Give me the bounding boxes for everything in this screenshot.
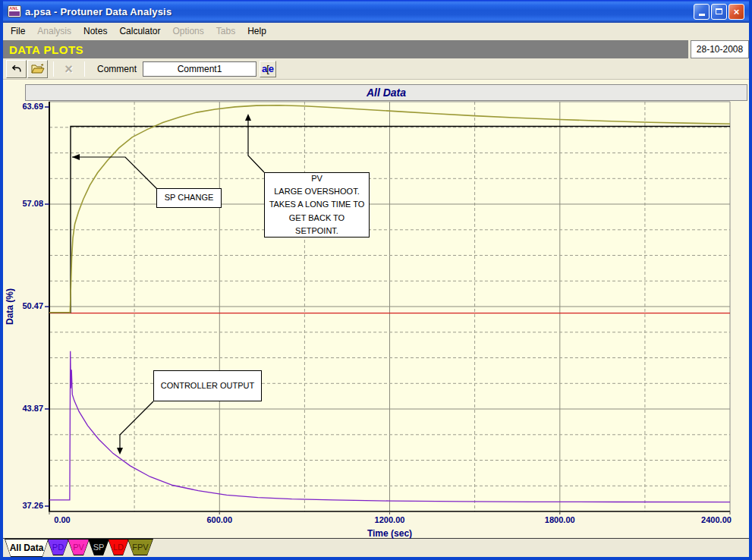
maximize-button[interactable]: [711, 4, 727, 20]
tab-label: LD: [109, 540, 128, 555]
open-folder-icon: [31, 63, 45, 74]
x-tick-label: 600.00: [193, 515, 246, 524]
comment-input[interactable]: [143, 61, 256, 77]
menu-notes[interactable]: Notes: [77, 24, 113, 38]
x-tick-label: 1200.00: [363, 515, 417, 524]
chart-panel: All Data Data (%) Time (sec) 63.6957.085…: [3, 79, 749, 538]
tab-all-data[interactable]: All Data: [5, 539, 49, 557]
plots-header: DATA PLOTS: [3, 40, 688, 58]
tab-pv[interactable]: PV: [68, 539, 90, 555]
comment-label: Comment: [97, 64, 137, 74]
minimize-button[interactable]: [694, 4, 710, 20]
menu-bar: FileAnalysisNotesCalculatorOptionsTabsHe…: [3, 23, 749, 39]
delete-button[interactable]: ×: [58, 60, 79, 78]
y-tick-label: 37.26: [7, 501, 43, 510]
app-icon-text: ANL: [9, 6, 18, 11]
open-file-button[interactable]: [27, 60, 48, 78]
annotation-box: PV LARGE OVERSHOOT. TAKES A LONG TIME TO…: [264, 172, 370, 238]
y-tick-label: 57.08: [7, 199, 43, 208]
menu-calculator[interactable]: Calculator: [113, 24, 166, 38]
tab-label: FPV: [128, 540, 153, 555]
menu-file[interactable]: File: [5, 24, 31, 38]
annotation-box: SP CHANGE: [156, 188, 222, 208]
window-title: a.psa - Protuner Data Analysis: [25, 6, 171, 17]
tab-label: PD: [48, 540, 68, 555]
tab-label: All Data: [5, 540, 48, 556]
x-tick-label: 0.00: [36, 515, 89, 524]
close-button[interactable]: ×: [728, 4, 744, 20]
page-title: DATA PLOTS: [3, 43, 83, 56]
tab-fpv[interactable]: FPV: [127, 539, 153, 555]
x-tick-label: 2400.00: [690, 515, 743, 524]
y-tick-label: 63.69: [7, 102, 43, 111]
maximize-icon: [716, 8, 722, 14]
menu-options: Options: [166, 24, 209, 38]
menu-analysis: Analysis: [31, 24, 77, 38]
annotation-box: CONTROLLER OUTPUT: [153, 370, 262, 401]
title-bar: ANL a.psa - Protuner Data Analysis ×: [3, 0, 749, 23]
rename-text-icon: a[e: [262, 63, 274, 74]
plots-header-row: DATA PLOTS 28-10-2008: [3, 39, 749, 58]
toolbar: × Comment a[e: [3, 58, 749, 79]
x-axis-label: Time (sec): [49, 528, 730, 539]
toolbar-separator: [53, 61, 54, 77]
menu-help[interactable]: Help: [241, 24, 272, 38]
menu-tabs: Tabs: [210, 24, 241, 38]
undo-button[interactable]: [6, 60, 27, 78]
minimize-icon: [699, 14, 705, 16]
date-display: 28-10-2008: [691, 40, 749, 58]
toolbar-separator: [84, 61, 85, 77]
tab-ld[interactable]: LD: [108, 539, 129, 555]
y-tick-label: 50.47: [7, 301, 43, 310]
tab-label: PV: [68, 540, 89, 555]
x-tick-label: 1800.00: [533, 515, 587, 524]
undo-icon: [11, 63, 23, 75]
plot-area: [3, 80, 749, 542]
rename-comment-button[interactable]: a[e: [260, 61, 276, 77]
tab-label: SP: [89, 540, 109, 555]
app-window: ANL a.psa - Protuner Data Analysis × Fil…: [0, 0, 752, 560]
y-tick-label: 43.87: [7, 404, 43, 413]
app-icon: ANL: [8, 5, 21, 17]
delete-icon: ×: [65, 62, 73, 76]
tab-pd[interactable]: PD: [47, 539, 69, 555]
tab-sp[interactable]: SP: [88, 539, 109, 555]
